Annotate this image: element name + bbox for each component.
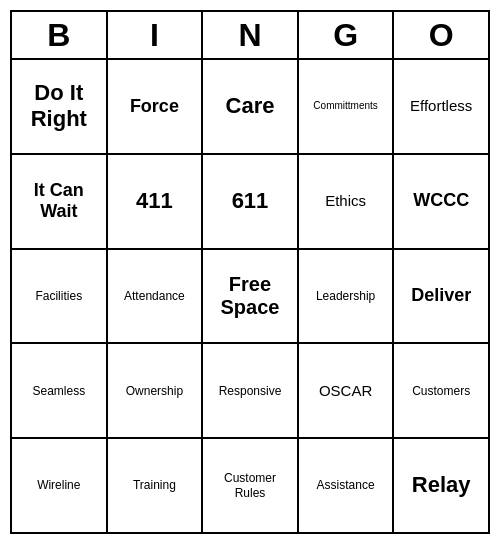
bingo-cell: It Can Wait	[12, 155, 108, 248]
bingo-row: It Can Wait411611EthicsWCCC	[12, 153, 488, 248]
cell-text: OSCAR	[319, 382, 372, 400]
bingo-cell: OSCAR	[299, 344, 395, 437]
cell-text: Free Space	[207, 273, 293, 319]
bingo-cell: Deliver	[394, 250, 488, 343]
bingo-row: WirelineTrainingCustomer RulesAssistance…	[12, 437, 488, 532]
bingo-cell: Facilities	[12, 250, 108, 343]
bingo-cell: Force	[108, 60, 204, 153]
bingo-row: Do It RightForceCareCommittmentsEffortle…	[12, 60, 488, 153]
cell-text: Training	[133, 478, 176, 492]
bingo-cell: Effortless	[394, 60, 488, 153]
cell-text: Assistance	[317, 478, 375, 492]
cell-text: 411	[136, 188, 173, 214]
header-letter: O	[394, 12, 488, 58]
bingo-cell: Seamless	[12, 344, 108, 437]
cell-text: Deliver	[411, 285, 471, 307]
bingo-cell: Wireline	[12, 439, 108, 532]
bingo-cell: Free Space	[203, 250, 299, 343]
cell-text: Leadership	[316, 289, 375, 303]
bingo-cell: Customers	[394, 344, 488, 437]
bingo-row: FacilitiesAttendanceFree SpaceLeadership…	[12, 248, 488, 343]
cell-text: Effortless	[410, 97, 472, 115]
bingo-header: BINGO	[12, 12, 488, 60]
header-letter: N	[203, 12, 299, 58]
cell-text: Attendance	[124, 289, 185, 303]
bingo-cell: Attendance	[108, 250, 204, 343]
cell-text: Seamless	[32, 384, 85, 398]
cell-text: WCCC	[413, 190, 469, 212]
bingo-cell: Leadership	[299, 250, 395, 343]
cell-text: Responsive	[219, 384, 282, 398]
cell-text: Wireline	[37, 478, 80, 492]
cell-text: Do It Right	[16, 80, 102, 133]
cell-text: Committments	[313, 100, 377, 112]
bingo-cell: Relay	[394, 439, 488, 532]
bingo-cell: Ownership	[108, 344, 204, 437]
cell-text: Facilities	[35, 289, 82, 303]
cell-text: Customers	[412, 384, 470, 398]
bingo-cell: Responsive	[203, 344, 299, 437]
bingo-cell: Committments	[299, 60, 395, 153]
bingo-cell: Ethics	[299, 155, 395, 248]
bingo-cell: 411	[108, 155, 204, 248]
bingo-card: BINGO Do It RightForceCareCommittmentsEf…	[10, 10, 490, 534]
cell-text: Ownership	[126, 384, 183, 398]
header-letter: G	[299, 12, 395, 58]
bingo-row: SeamlessOwnershipResponsiveOSCARCustomer…	[12, 342, 488, 437]
bingo-cell: WCCC	[394, 155, 488, 248]
cell-text: Force	[130, 96, 179, 118]
bingo-cell: Care	[203, 60, 299, 153]
bingo-cell: Customer Rules	[203, 439, 299, 532]
header-letter: I	[108, 12, 204, 58]
cell-text: Relay	[412, 472, 471, 498]
cell-text: Customer Rules	[207, 471, 293, 500]
cell-text: 611	[232, 188, 269, 214]
bingo-cell: Assistance	[299, 439, 395, 532]
bingo-cell: Do It Right	[12, 60, 108, 153]
cell-text: Care	[226, 93, 275, 119]
bingo-cell: Training	[108, 439, 204, 532]
cell-text: Ethics	[325, 192, 366, 210]
cell-text: It Can Wait	[16, 180, 102, 223]
header-letter: B	[12, 12, 108, 58]
bingo-grid: Do It RightForceCareCommittmentsEffortle…	[12, 60, 488, 532]
bingo-cell: 611	[203, 155, 299, 248]
